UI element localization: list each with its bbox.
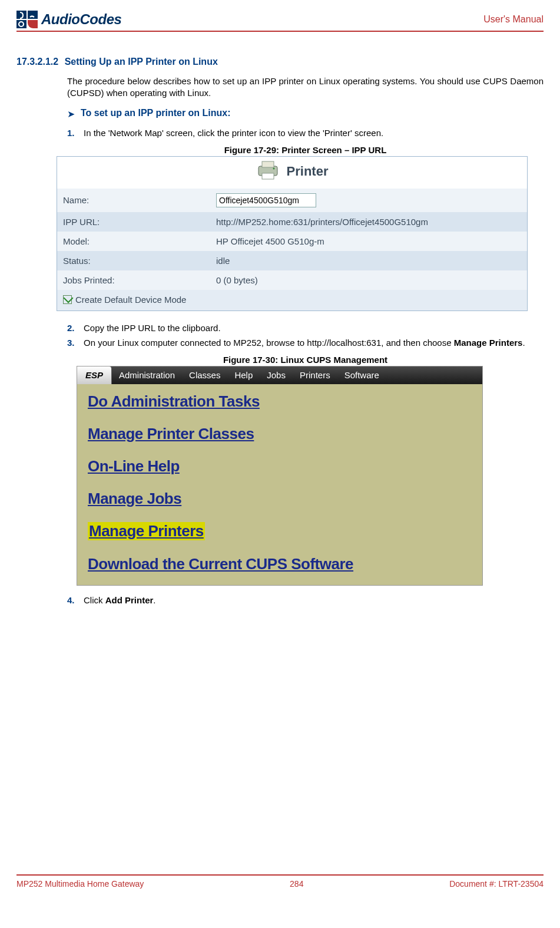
step-number: 4. xyxy=(67,594,84,606)
step-number: 1. xyxy=(67,127,84,139)
page-footer: MP252 Multimedia Home Gateway 284 Docume… xyxy=(16,874,544,889)
svg-rect-5 xyxy=(262,161,274,167)
ipp-value: http://MP252.home:631/printers/Officejet… xyxy=(210,212,527,232)
step-text: Copy the IPP URL to the clipboard. xyxy=(84,322,221,334)
section-heading: 17.3.2.1.2 Setting Up an IPP Printer on … xyxy=(16,57,544,67)
step-3: 3. On your Linux computer connected to M… xyxy=(67,336,544,349)
name-input[interactable] xyxy=(216,193,316,207)
manual-label: User's Manual xyxy=(483,11,544,25)
row-jobs: Jobs Printed: 0 (0 bytes) xyxy=(57,270,527,290)
logo: AudioCodes xyxy=(16,11,121,28)
footer-page-number: 284 xyxy=(290,879,303,889)
status-label: Status: xyxy=(57,251,210,270)
printer-screen-figure: Printer Name: IPP URL: http://MP252.home… xyxy=(57,156,528,311)
figure-caption-29: Figure 17-29: Printer Screen – IPP URL xyxy=(67,145,544,155)
printer-title: Printer xyxy=(287,164,329,179)
procedure-title: To set up an IPP printer on Linux: xyxy=(81,108,231,118)
page-header: AudioCodes User's Manual xyxy=(16,11,544,32)
figure-caption-30: Figure 17-30: Linux CUPS Management xyxy=(67,355,544,365)
row-name: Name: xyxy=(57,189,527,212)
printer-table: Name: IPP URL: http://MP252.home:631/pri… xyxy=(57,189,527,311)
nav-printers[interactable]: Printers xyxy=(293,370,337,380)
jobs-label: Jobs Printed: xyxy=(57,270,210,290)
cups-nav: ESP Administration Classes Help Jobs Pri… xyxy=(77,366,482,384)
step-text: In the 'Network Map' screen, click the p… xyxy=(84,127,383,139)
row-checkbox: Create Default Device Mode xyxy=(57,290,527,311)
svg-point-7 xyxy=(273,167,274,169)
svg-rect-1 xyxy=(28,11,38,19)
section-title: Setting Up an IPP Printer on Linux xyxy=(65,57,218,67)
audiocodes-logo-icon xyxy=(16,11,38,28)
cups-screen-figure: ESP Administration Classes Help Jobs Pri… xyxy=(77,366,483,586)
svg-rect-6 xyxy=(262,173,274,179)
row-ipp: IPP URL: http://MP252.home:631/printers/… xyxy=(57,212,527,232)
model-label: Model: xyxy=(57,232,210,251)
name-label: Name: xyxy=(57,189,210,212)
checkmark-icon xyxy=(63,295,72,304)
procedure-heading: ➤ To set up an IPP printer on Linux: xyxy=(67,108,544,121)
step-number: 2. xyxy=(67,322,84,334)
row-status: Status: idle xyxy=(57,251,527,270)
step-2: 2. Copy the IPP URL to the clipboard. xyxy=(67,322,544,334)
link-download-cups[interactable]: Download the Current CUPS Software xyxy=(88,554,472,574)
cups-body: Do Administration Tasks Manage Printer C… xyxy=(77,384,482,580)
footer-right: Document #: LTRT-23504 xyxy=(449,879,544,889)
footer-left: MP252 Multimedia Home Gateway xyxy=(16,879,144,889)
model-value: HP Officejet 4500 G510g-m xyxy=(210,232,527,251)
step-4: 4. Click Add Printer. xyxy=(67,594,544,606)
section-number: 17.3.2.1.2 xyxy=(16,57,58,67)
nav-help[interactable]: Help xyxy=(227,370,260,380)
step-text: On your Linux computer connected to MP25… xyxy=(84,336,525,349)
arrow-icon: ➤ xyxy=(67,108,75,121)
checkbox-label: Create Default Device Mode xyxy=(75,295,186,305)
row-model: Model: HP Officejet 4500 G510g-m xyxy=(57,232,527,251)
link-manage-printers[interactable]: Manage Printers xyxy=(88,522,205,540)
step-number: 3. xyxy=(67,336,84,349)
step-text: Click Add Printer. xyxy=(84,594,156,606)
link-online-help[interactable]: On-Line Help xyxy=(88,457,472,475)
nav-software[interactable]: Software xyxy=(337,370,386,380)
ipp-label: IPP URL: xyxy=(57,212,210,232)
printer-title-row: Printer xyxy=(57,157,527,189)
link-manage-classes[interactable]: Manage Printer Classes xyxy=(88,425,472,443)
step-1: 1. In the 'Network Map' screen, click th… xyxy=(67,127,544,139)
nav-administration[interactable]: Administration xyxy=(112,370,182,380)
status-value: idle xyxy=(210,251,527,270)
logo-text: AudioCodes xyxy=(41,11,121,28)
nav-jobs[interactable]: Jobs xyxy=(260,370,293,380)
jobs-value: 0 (0 bytes) xyxy=(210,270,527,290)
printer-icon xyxy=(256,160,280,183)
create-default-checkbox[interactable]: Create Default Device Mode xyxy=(63,295,186,305)
nav-classes[interactable]: Classes xyxy=(182,370,227,380)
intro-paragraph: The procedure below describes how to set… xyxy=(67,75,544,100)
esp-tab[interactable]: ESP xyxy=(77,366,112,384)
link-do-admin[interactable]: Do Administration Tasks xyxy=(88,392,472,411)
link-manage-jobs[interactable]: Manage Jobs xyxy=(88,490,472,508)
